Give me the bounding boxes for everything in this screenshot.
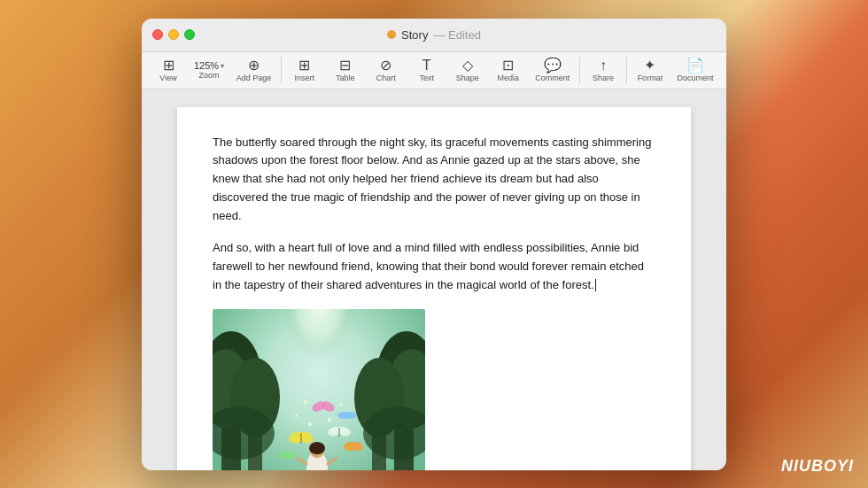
- add-page-icon: ⊕: [248, 58, 260, 73]
- toolbar-divider-3: [626, 57, 627, 83]
- table-tool[interactable]: ⊟ Table: [326, 56, 365, 85]
- document-tool[interactable]: 📄 Document: [671, 56, 719, 85]
- document-area[interactable]: The butterfly soared through the night s…: [142, 89, 726, 470]
- format-tool[interactable]: ✦ Format: [631, 56, 670, 85]
- svg-point-44: [304, 400, 307, 404]
- paragraph-1: The butterfly soared through the night s…: [213, 134, 655, 226]
- media-icon: ⊡: [502, 58, 514, 73]
- story-image[interactable]: [213, 309, 425, 470]
- forest-illustration: [213, 309, 425, 470]
- table-label: Table: [336, 74, 355, 82]
- insert-tool[interactable]: ⊞ Insert: [285, 56, 324, 85]
- view-label: View: [159, 74, 176, 82]
- chart-tool[interactable]: ⊘ Chart: [367, 56, 406, 85]
- document-tool-icon: 📄: [686, 58, 704, 73]
- minimize-button[interactable]: [168, 29, 179, 40]
- application-window: Story — Edited ⊞ View 125% ▾ Zoom ⊕ Add …: [142, 19, 726, 470]
- chart-label: Chart: [376, 74, 396, 82]
- paragraph-1-text: The butterfly soared through the night s…: [213, 136, 651, 222]
- text-label: Text: [419, 74, 434, 82]
- view-icon: ⊞: [163, 58, 174, 73]
- image-container[interactable]: [213, 309, 655, 470]
- document-status: — Edited: [433, 28, 481, 42]
- shape-icon: ◇: [462, 58, 473, 73]
- comment-tool[interactable]: 💬 Comment: [530, 56, 576, 85]
- page[interactable]: The butterfly soared through the night s…: [177, 107, 691, 470]
- share-tool[interactable]: ↑ Share: [584, 56, 623, 85]
- svg-point-35: [285, 452, 296, 459]
- document-label: Document: [677, 74, 713, 82]
- titlebar: Story — Edited: [142, 19, 726, 52]
- paragraph-2: And so, with a heart full of love and a …: [213, 239, 655, 294]
- document-icon: [387, 30, 396, 39]
- svg-point-43: [340, 403, 343, 406]
- titlebar-center: Story — Edited: [387, 28, 481, 42]
- table-icon: ⊟: [339, 58, 351, 73]
- text-cursor: [595, 279, 596, 291]
- svg-point-42: [296, 414, 298, 416]
- media-tool[interactable]: ⊡ Media: [489, 56, 528, 85]
- document-title: Story: [401, 28, 428, 42]
- svg-point-40: [308, 422, 312, 426]
- comment-label: Comment: [535, 74, 570, 82]
- comment-icon: 💬: [544, 58, 562, 73]
- share-icon: ↑: [600, 58, 607, 73]
- paragraph-2-text: And so, with a heart full of love and a …: [213, 241, 644, 291]
- shape-label: Shape: [456, 74, 479, 82]
- chart-icon: ⊘: [380, 58, 391, 73]
- svg-point-41: [328, 418, 331, 422]
- traffic-lights: [152, 29, 195, 40]
- format-icon: ✦: [644, 58, 655, 73]
- text-icon: T: [422, 58, 431, 73]
- zoom-tool[interactable]: 125% ▾ Zoom: [190, 58, 229, 82]
- add-page-tool[interactable]: ⊕ Add Page: [230, 56, 277, 85]
- view-tool[interactable]: ⊞ View: [149, 56, 188, 85]
- toolbar: ⊞ View 125% ▾ Zoom ⊕ Add Page ⊞ Insert ⊟…: [142, 52, 726, 89]
- maximize-button[interactable]: [184, 29, 195, 40]
- format-label: Format: [638, 74, 663, 82]
- share-label: Share: [593, 74, 614, 82]
- svg-point-39: [345, 412, 357, 419]
- close-button[interactable]: [152, 29, 163, 40]
- add-page-label: Add Page: [236, 74, 272, 82]
- insert-icon: ⊞: [298, 58, 310, 73]
- svg-point-23: [309, 442, 325, 454]
- zoom-label: Zoom: [198, 71, 219, 80]
- insert-label: Insert: [294, 74, 314, 82]
- text-tool[interactable]: T Text: [407, 56, 446, 85]
- watermark: NIUBOYI: [781, 457, 854, 476]
- media-label: Media: [497, 74, 519, 82]
- toolbar-divider-1: [281, 57, 282, 83]
- toolbar-divider-2: [579, 57, 580, 83]
- zoom-value: 125% ▾: [194, 60, 224, 71]
- shape-tool[interactable]: ◇ Shape: [448, 56, 487, 85]
